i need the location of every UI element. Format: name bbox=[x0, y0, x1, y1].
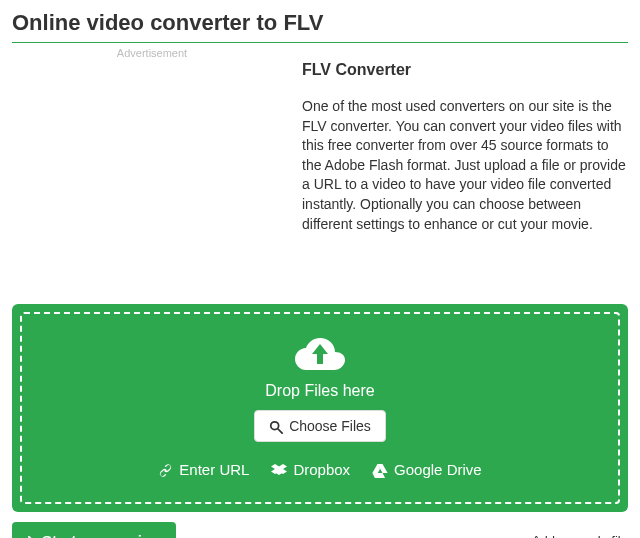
choose-files-button[interactable]: Choose Files bbox=[254, 410, 386, 442]
source-dropbox-label: Dropbox bbox=[293, 461, 350, 478]
ad-label: Advertisement bbox=[12, 47, 292, 59]
intro-section: FLV Converter One of the most used conve… bbox=[12, 61, 628, 234]
source-google-drive[interactable]: Google Drive bbox=[372, 460, 482, 478]
search-icon bbox=[269, 418, 283, 434]
source-enter-url[interactable]: Enter URL bbox=[158, 460, 249, 478]
source-gdrive-label: Google Drive bbox=[394, 461, 482, 478]
start-conversion-label: Start conversion bbox=[42, 532, 160, 538]
add-example-file-link[interactable]: Add example file bbox=[532, 533, 628, 538]
source-url-label: Enter URL bbox=[179, 461, 249, 478]
page-title: Online video converter to FLV bbox=[12, 10, 628, 36]
chevron-right-icon bbox=[28, 532, 36, 538]
cloud-upload-icon bbox=[32, 334, 608, 374]
svg-line-1 bbox=[278, 429, 282, 433]
intro-body: One of the most used converters on our s… bbox=[302, 97, 628, 234]
ad-placeholder bbox=[12, 61, 292, 234]
intro-heading: FLV Converter bbox=[302, 61, 628, 79]
google-drive-icon bbox=[372, 461, 388, 478]
choose-files-label: Choose Files bbox=[289, 418, 371, 434]
source-dropbox[interactable]: Dropbox bbox=[271, 460, 350, 478]
dropbox-icon bbox=[271, 461, 287, 478]
link-icon bbox=[158, 460, 173, 478]
file-dropzone[interactable]: Drop Files here Choose Files Enter URL bbox=[12, 304, 628, 512]
start-conversion-button[interactable]: Start conversion bbox=[12, 522, 176, 538]
dropzone-label: Drop Files here bbox=[32, 382, 608, 400]
title-divider bbox=[12, 42, 628, 43]
